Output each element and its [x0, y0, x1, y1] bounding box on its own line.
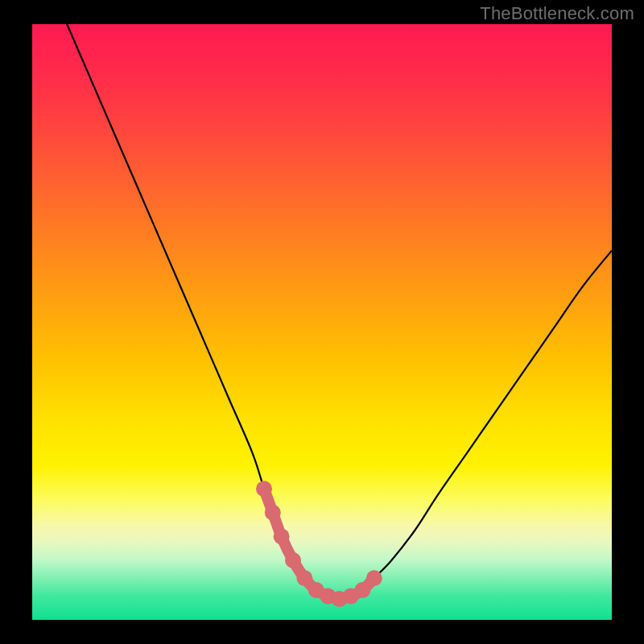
- valley-marker: [256, 481, 272, 497]
- valley-marker: [274, 528, 290, 544]
- chart-frame: TheBottleneck.com: [0, 0, 644, 644]
- valley-marker: [285, 552, 301, 568]
- right-curve: [340, 250, 612, 599]
- valley-marker: [296, 570, 312, 586]
- left-curve: [67, 24, 339, 599]
- valley-marker: [265, 505, 281, 521]
- valley-marker: [354, 582, 370, 598]
- curve-layer: [0, 0, 644, 644]
- valley-marker: [366, 570, 382, 586]
- watermark-text: TheBottleneck.com: [480, 3, 634, 24]
